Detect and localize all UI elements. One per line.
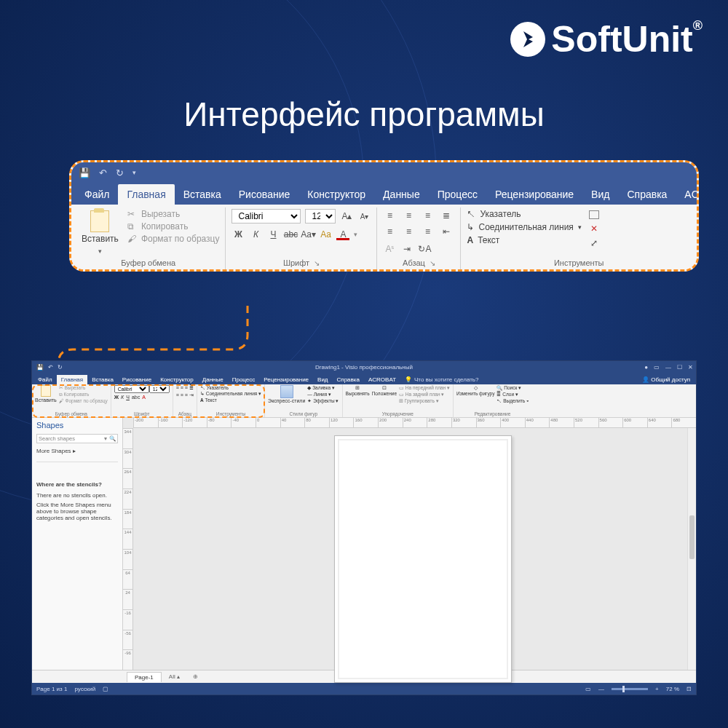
status-language[interactable]: русский <box>74 686 95 692</box>
connector-tool[interactable]: ↳Соединительная линия▾ <box>467 222 581 232</box>
align-top-icon[interactable]: ≡ <box>383 209 396 222</box>
rotate-text-icon[interactable]: ↻A <box>418 242 431 256</box>
quick-access-toolbar: 💾 ↶ ↻ ▾ <box>71 162 697 183</box>
tab-acrobat[interactable]: ACROBAT <box>676 184 699 205</box>
tab-review[interactable]: Рецензирование <box>259 375 313 384</box>
change-case-button[interactable]: Aa▾ <box>301 228 314 241</box>
tab-draw[interactable]: Рисование <box>230 184 299 205</box>
tab-data[interactable]: Данные <box>198 375 228 384</box>
tab-home[interactable]: Главная <box>57 375 87 384</box>
redo-icon[interactable]: ↻ <box>58 364 63 371</box>
tab-design[interactable]: Конструктор <box>298 184 374 205</box>
ribbon-tabs-mini: Файл Главная Вставка Рисование Конструкт… <box>32 373 696 384</box>
align-right-icon[interactable]: ≡ <box>421 225 434 238</box>
pointer-tool[interactable]: ⭦Указатель <box>467 209 581 219</box>
macro-record-icon[interactable]: ▢ <box>103 686 108 692</box>
shapes-search[interactable]: Search shapes ▾ 🔍 <box>36 434 118 443</box>
font-family-select[interactable]: Calibri <box>232 209 301 223</box>
cut-button[interactable]: ✂Вырезать <box>127 209 220 219</box>
format-painter-button[interactable]: 🖌Формат по образцу <box>127 234 220 244</box>
tab-design[interactable]: Конструктор <box>156 375 198 384</box>
account-icon[interactable]: ● <box>644 364 648 371</box>
canvas[interactable]: -200-160-120-80-400408012016020024028032… <box>123 418 696 670</box>
zoom-in-icon[interactable]: + <box>655 686 659 692</box>
fit-page-icon[interactable]: ⊡ <box>687 686 692 692</box>
increase-font-icon[interactable]: A▴ <box>340 210 353 223</box>
more-shapes-menu[interactable]: More Shapes ▸ <box>36 448 118 454</box>
tab-insert[interactable]: Вставка <box>87 375 118 384</box>
clear-formatting-icon[interactable]: Aˢ <box>383 242 396 256</box>
align-center-icon[interactable]: ≡ <box>402 225 415 238</box>
align-bottom-icon[interactable]: ≡ <box>421 209 434 222</box>
ribbon-mini: Вставить ✂ Вырезать⧉ Копировать🖌 Формат … <box>32 384 696 418</box>
tab-insert[interactable]: Вставка <box>175 184 230 205</box>
tab-acrobat[interactable]: ACROBAT <box>364 375 400 384</box>
decrease-font-icon[interactable]: A▾ <box>357 210 371 223</box>
statusbar: Page 1 из 1 русский ▢ ▭ — + 72 % ⊡ <box>32 683 696 695</box>
dialog-launcher-icon[interactable]: ↘ <box>430 259 435 267</box>
redo-icon[interactable]: ↻ <box>116 167 124 178</box>
chevron-down-icon[interactable]: ▾ <box>104 435 107 442</box>
zoom-out-icon[interactable]: — <box>598 686 604 692</box>
tell-me-search[interactable]: 💡Что вы хотите сделать? <box>400 375 483 384</box>
qat-customize-icon[interactable]: ▾ <box>132 169 136 176</box>
tab-file[interactable]: Файл <box>76 184 118 205</box>
crop-tool-icon[interactable]: ⤢ <box>590 238 598 248</box>
zoom-level[interactable]: 72 % <box>666 686 679 692</box>
tab-help[interactable]: Справка <box>618 184 676 205</box>
close-icon[interactable]: ✕ <box>688 364 693 371</box>
highlight-color-button[interactable]: Aa <box>319 228 332 241</box>
brand-logo-icon <box>510 22 545 57</box>
paste-button[interactable]: Вставить <box>77 209 123 257</box>
font-color-button[interactable]: A <box>336 229 349 240</box>
text-tool[interactable]: AТекст <box>467 235 581 245</box>
increase-indent-icon[interactable]: ⇥ <box>400 242 414 256</box>
undo-icon[interactable]: ↶ <box>99 167 107 178</box>
window-title: Drawing1 - Visio профессиональный <box>315 364 413 371</box>
chevron-down-icon[interactable] <box>98 245 102 256</box>
add-page-button[interactable]: ⊕ <box>187 672 204 681</box>
search-icon[interactable]: 🔍 <box>109 435 116 442</box>
maximize-icon[interactable]: ☐ <box>677 364 682 371</box>
copy-icon: ⧉ <box>127 221 138 232</box>
tab-draw[interactable]: Рисование <box>118 375 156 384</box>
copy-button[interactable]: ⧉Копировать <box>127 221 220 232</box>
tab-file[interactable]: Файл <box>33 375 57 384</box>
close-tool-icon[interactable]: ✕ <box>590 223 598 234</box>
undo-icon[interactable]: ↶ <box>48 364 53 371</box>
minimize-icon[interactable]: — <box>665 364 671 371</box>
tab-data[interactable]: Данные <box>374 184 429 205</box>
strikethrough-button[interactable]: abc <box>284 228 297 241</box>
ribbon-display-icon[interactable]: ▭ <box>654 364 660 371</box>
tab-process[interactable]: Процесс <box>228 375 260 384</box>
tab-process[interactable]: Процесс <box>429 184 486 205</box>
bold-button[interactable]: Ж <box>232 228 245 241</box>
share-button[interactable]: 👤 Общий доступ <box>636 375 696 384</box>
align-left-icon[interactable]: ≡ <box>383 225 396 238</box>
font-size-select[interactable]: 12pt <box>305 209 336 223</box>
italic-button[interactable]: К <box>249 228 262 241</box>
dialog-launcher-icon[interactable]: ↘ <box>314 259 320 267</box>
tab-view[interactable]: Вид <box>313 375 332 384</box>
drawing-page[interactable] <box>334 435 512 683</box>
ruler-vertical: 3443042642241841441046424-16-56-96 <box>123 428 133 670</box>
tab-help[interactable]: Справка <box>333 375 364 384</box>
underline-button[interactable]: Ч <box>266 228 280 241</box>
save-icon[interactable]: 💾 <box>79 167 90 178</box>
align-middle-icon[interactable]: ≡ <box>402 209 415 222</box>
tab-home[interactable]: Главная <box>118 184 174 205</box>
tab-view[interactable]: Вид <box>582 184 618 205</box>
rectangle-tool-icon[interactable] <box>589 210 599 219</box>
brush-icon: 🖌 <box>127 234 138 244</box>
decrease-indent-icon[interactable]: ⇤ <box>440 225 453 238</box>
bullets-icon[interactable]: ≣ <box>440 209 453 222</box>
presentation-mode-icon[interactable]: ▭ <box>585 686 591 692</box>
page-tab-1[interactable]: Page-1 <box>127 672 162 682</box>
tab-review[interactable]: Рецензирование <box>486 184 582 205</box>
page-tab-all[interactable]: All ▴ <box>163 672 186 681</box>
page-headline: Интерфейс программы <box>0 95 728 134</box>
scrollbar-vertical[interactable] <box>687 428 696 670</box>
save-icon[interactable]: 💾 <box>36 364 44 371</box>
group-clipboard: Вставить ✂Вырезать ⧉Копировать 🖌Формат п… <box>71 207 226 269</box>
zoom-slider[interactable] <box>612 688 648 690</box>
